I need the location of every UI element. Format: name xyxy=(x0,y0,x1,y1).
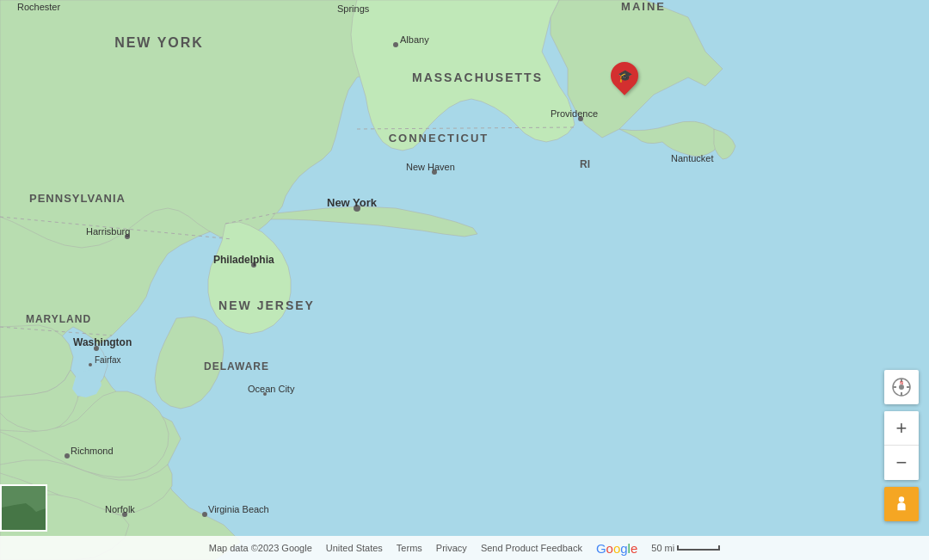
scale-label: 50 mi xyxy=(651,543,674,553)
svg-point-25 xyxy=(89,363,92,366)
map-controls: N + − xyxy=(884,370,919,521)
privacy-link[interactable]: Privacy xyxy=(436,543,467,553)
send-feedback-link[interactable]: Send Product Feedback xyxy=(481,543,582,553)
svg-point-27 xyxy=(65,453,70,458)
bottom-bar: Map data ©2023 Google United States Term… xyxy=(0,536,929,560)
svg-text:Springs: Springs xyxy=(337,3,370,14)
svg-point-31 xyxy=(202,512,207,517)
svg-text:Philadelphia: Philadelphia xyxy=(213,254,274,266)
map-svg: NEW YORK MASSACHUSETTS CONNECTICUT PENNS… xyxy=(0,0,929,560)
svg-text:Nantucket: Nantucket xyxy=(671,153,714,163)
map-container[interactable]: NEW YORK MASSACHUSETTS CONNECTICUT PENNS… xyxy=(0,0,929,560)
zoom-controls: + − xyxy=(884,411,919,480)
svg-text:PENNSYLVANIA: PENNSYLVANIA xyxy=(29,192,126,205)
svg-text:NEW JERSEY: NEW JERSEY xyxy=(218,298,315,312)
svg-text:Richmond: Richmond xyxy=(71,446,114,456)
zoom-in-icon: + xyxy=(896,417,907,440)
svg-text:Providence: Providence xyxy=(551,108,598,119)
svg-text:Virginia Beach: Virginia Beach xyxy=(208,504,269,514)
scale-line xyxy=(677,545,720,551)
scale-bar: 50 mi xyxy=(651,543,720,553)
svg-text:RI: RI xyxy=(580,158,590,170)
svg-text:MAINE: MAINE xyxy=(621,0,666,13)
svg-text:Harrisburg: Harrisburg xyxy=(86,226,130,237)
svg-text:MARYLAND: MARYLAND xyxy=(26,313,91,325)
svg-text:Ocean City: Ocean City xyxy=(248,384,295,394)
svg-text:N: N xyxy=(900,380,903,385)
svg-point-14 xyxy=(393,42,398,47)
svg-text:MASSACHUSETTS: MASSACHUSETTS xyxy=(412,71,543,84)
svg-text:New Haven: New Haven xyxy=(406,162,455,172)
svg-text:NEW YORK: NEW YORK xyxy=(114,35,204,50)
compass-button[interactable]: N xyxy=(884,370,919,404)
map-data-text: Map data ©2023 Google xyxy=(209,543,312,553)
terms-link[interactable]: Terms xyxy=(397,543,422,553)
svg-text:Albany: Albany xyxy=(400,34,429,45)
svg-text:Washington: Washington xyxy=(73,336,132,348)
zoom-out-button[interactable]: − xyxy=(884,446,919,480)
street-view-icon xyxy=(892,495,911,514)
region-label: United States xyxy=(326,543,383,553)
svg-point-49 xyxy=(899,496,904,502)
street-view-button[interactable] xyxy=(884,487,919,521)
zoom-out-icon: − xyxy=(896,452,907,474)
google-logo: Google xyxy=(596,541,637,556)
svg-text:Norfolk: Norfolk xyxy=(105,504,135,514)
map-thumbnail[interactable] xyxy=(0,484,47,532)
svg-text:Fairfax: Fairfax xyxy=(95,355,121,365)
svg-text:CONNECTICUT: CONNECTICUT xyxy=(389,132,489,145)
svg-text:DELAWARE: DELAWARE xyxy=(204,360,269,372)
svg-text:New York: New York xyxy=(327,196,378,209)
compass-icon: N xyxy=(891,377,912,397)
svg-text:Rochester: Rochester xyxy=(17,2,60,12)
pin-icon: 🎓 xyxy=(618,69,632,83)
location-pin[interactable]: 🎓 xyxy=(611,62,638,89)
zoom-in-button[interactable]: + xyxy=(884,411,919,446)
